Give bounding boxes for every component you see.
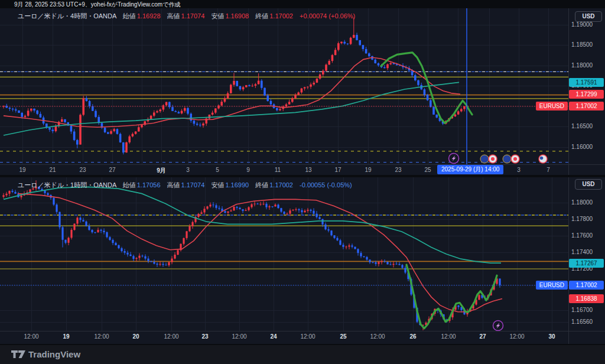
candlestick-chart-1時間[interactable] [0,177,568,331]
attribution-text: 9月 28, 2025 23:53 UTC+9、yohei-fxがTrading… [14,0,180,9]
close-value: 1.17002 [269,181,293,188]
time-axis-label: 23 [192,333,218,340]
horizontal-level-lines[interactable] [0,72,568,162]
chart-legend-1h: ユーロ／米ドル・1時間・OANDA 始値1.17056 高値1.17074 安値… [18,181,352,190]
footer-bar: TradingView [0,345,605,364]
high-value: 1.17074 [181,181,205,188]
time-axis-label: 13 [295,167,321,173]
time-axis-label: 9月 [148,167,174,175]
price-tick-label: 1.17800 [571,216,593,222]
high-label: 高値 [167,181,180,188]
economic-event-flags-icon[interactable] [503,155,519,163]
lightning-event-icon[interactable] [493,321,503,331]
symbol-title[interactable]: ユーロ／米ドル・1時間・OANDA [18,181,116,188]
price-tick-label: 1.16000 [571,144,593,150]
open-label: 始値 [123,181,136,188]
time-axis-label: 12:00 [226,333,252,340]
price-tick-label: 1.18000 [571,62,593,69]
price-badge: 1.17002 [569,281,604,290]
high-label: 高値 [167,12,180,20]
symbol-badge: EURUSD [536,102,568,110]
time-axis-label: 19 [355,167,381,173]
pane-1h-axis-border [0,331,605,332]
candlestick-chart-4時間[interactable] [0,8,568,164]
event-icons[interactable] [493,321,503,331]
symbol-title[interactable]: ユーロ／米ドル・4時間・OANDA [18,12,116,20]
price-tick-label: 1.17600 [571,232,593,239]
currency-usd-button[interactable]: USD [575,179,602,190]
time-axis-label: 23 [70,167,96,173]
time-axis-label: 12:00 [365,333,391,340]
price-badge: 1.17267 [569,259,604,268]
price-tick-label: 1.16700 [571,307,593,313]
time-axis-label: 9 [235,167,261,173]
price-tick-label: 1.18500 [571,41,593,48]
price-badge: 1.17002 [569,102,604,110]
time-axis-label: 30 [539,333,565,340]
tradingview-logo-icon[interactable] [11,349,28,360]
time-axis-label: 5 [204,167,230,173]
lightning-event-icon[interactable] [449,154,459,164]
tradingview-published-chart: 9月 28, 2025 23:53 UTC+9、yohei-fxがTrading… [0,0,605,364]
price-tick-label: 1.17400 [571,249,593,255]
price-tick-label: 1.16500 [571,123,593,129]
time-axis-label: 19 [53,333,79,340]
price-tick-label: 1.18000 [571,199,593,206]
time-axis-label: 12:00 [18,333,44,340]
grid [0,177,568,331]
open-label: 始値 [123,12,136,20]
time-axis-label: 3 [175,167,201,173]
time-axis-label: 12:00 [158,333,184,340]
time-axis-label: 3 [506,167,532,173]
change-value: -0.00055 (-0.05%) [300,181,352,188]
price-badge: 1.17299 [569,90,604,99]
time-axis-label: 27 [99,167,125,173]
currency-usd-button[interactable]: USD [575,11,602,22]
high-value: 1.17074 [181,12,205,20]
time-axis-label: 12:00 [295,333,321,340]
time-axis-label: 24 [261,333,287,340]
low-value: 1.16990 [225,181,249,188]
ma-slow-line[interactable] [4,187,501,263]
close-label: 終値 [255,12,268,20]
time-axis-label: 21 [40,167,66,173]
time-axis-label: 27 [470,333,496,340]
low-value: 1.16908 [225,12,249,20]
time-axis-label: 25 [330,333,356,340]
time-axis-label: 20 [123,333,149,340]
time-axis-label: 12:00 [504,333,530,340]
pane-4h-axis-border [0,164,605,165]
price-badge: 1.16838 [569,294,604,303]
price-tick-label: 1.19000 [571,21,593,28]
price-badge: 1.17591 [569,78,604,87]
time-axis-label: 23 [385,167,411,173]
close-value: 1.17002 [269,12,293,20]
change-value: +0.00074 (+0.06%) [300,12,355,20]
time-axis-label: 11 [265,167,291,173]
tradingview-wordmark[interactable]: TradingView [28,349,80,359]
price-tick-label: 1.16560 [571,318,593,325]
time-axis-label: 7 [535,167,561,173]
symbol-badge: EURUSD [536,281,568,290]
grid [0,8,568,164]
low-label: 安値 [211,12,224,20]
time-axis-label: 17 [325,167,351,173]
close-label: 終値 [255,181,268,188]
time-axis-label: 19 [9,167,35,173]
time-axis-label: 12:00 [89,333,115,340]
low-label: 安値 [211,181,224,188]
green-drawing-curve[interactable] [406,265,497,329]
open-value: 1.16928 [137,12,161,20]
chart-legend-4h: ユーロ／米ドル・4時間・OANDA 始値1.16928 高値1.17074 安値… [18,12,355,21]
time-axis-label: 12:00 [435,333,461,340]
economic-event-flags-icon[interactable] [480,155,497,163]
open-value: 1.17056 [137,181,161,188]
crosshair-date-badge: 2025-09-29 (月) 14:00 [437,165,503,174]
time-axis-label: 26 [400,333,426,340]
economic-event-flag-icon[interactable] [539,155,547,163]
